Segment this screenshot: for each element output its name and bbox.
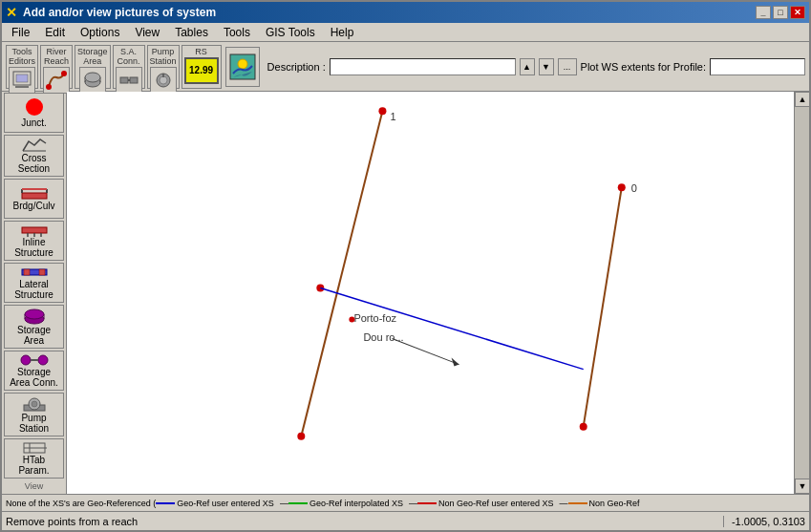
menu-bar: File Edit Options View Tables Tools GIS … — [2, 23, 809, 42]
left-btn-htab[interactable]: HTabParam. — [4, 438, 64, 479]
status-bar: Remove points from a reach -1.0005, 0.31… — [2, 511, 809, 530]
close-button[interactable]: ✕ — [790, 6, 805, 19]
svg-point-46 — [297, 433, 305, 440]
htab-icon — [22, 441, 47, 455]
title-text: Add and/or view pictures of system — [23, 6, 756, 19]
menu-tools[interactable]: Tools — [216, 24, 258, 41]
legend-sep1: — — [280, 499, 288, 508]
lateral-icon — [20, 266, 49, 279]
legend-item-nongeo2: Non Geo-Ref — [568, 499, 640, 508]
maximize-button[interactable]: □ — [773, 6, 788, 19]
canvas-area[interactable]: 1 0 Porto-foz Dou ro... — [67, 92, 794, 494]
legend-interp-label: Geo-Ref interpolated XS — [309, 499, 403, 508]
toolbar-rs-label: RS — [195, 47, 207, 56]
toolbar-tools-btn[interactable] — [9, 67, 35, 94]
toolbar-pump-icons — [150, 67, 177, 94]
toolbar-pump-btn[interactable] — [150, 67, 177, 94]
svg-point-32 — [25, 309, 44, 319]
left-btn-pump[interactable]: PumpStation — [4, 393, 64, 436]
scroll-up-btn[interactable]: ▲ — [795, 92, 809, 107]
scroll-down-btn[interactable]: ▼ — [795, 479, 809, 494]
toolbar-rs-btn[interactable]: 12.99 — [184, 57, 219, 84]
scroll-track[interactable] — [795, 107, 809, 479]
svg-point-45 — [316, 284, 324, 291]
left-btn-inline[interactable]: InlineStructure — [4, 221, 64, 261]
left-btn-lateral[interactable]: LateralStructure — [4, 263, 64, 303]
svg-point-44 — [378, 107, 386, 115]
svg-rect-2 — [16, 74, 28, 82]
svg-point-33 — [21, 355, 31, 365]
status-left: Remove points from a reach — [6, 516, 723, 527]
legend-item-interp: Geo-Ref interpolated XS — [288, 499, 403, 508]
toolbar-rs-icons: 12.99 — [184, 57, 219, 84]
pump-station-label: PumpStation — [19, 413, 49, 434]
title-buttons: _ □ ✕ — [756, 6, 805, 19]
menu-file[interactable]: File — [4, 24, 37, 41]
minimize-button[interactable]: _ — [756, 6, 771, 19]
toolbar-river-icons — [43, 67, 70, 94]
storage-icon — [22, 308, 47, 325]
left-btn-sa-conn[interactable]: StorageArea Conn. — [4, 351, 64, 391]
svg-point-38 — [32, 401, 37, 407]
legend-georef-label: Geo-Ref user entered XS — [177, 499, 274, 508]
toolbar-tools-label: ToolsEditors — [9, 47, 35, 66]
toolbar-river-btn[interactable] — [43, 67, 70, 94]
description-label: Description : — [267, 61, 326, 73]
svg-point-3 — [46, 84, 52, 90]
toolbar-pump-station: PumpStation — [147, 45, 180, 89]
inline-icon — [20, 223, 49, 237]
toolbar-storage-area: StorageArea — [75, 45, 111, 89]
crosssec-label: CrossSection — [18, 153, 50, 174]
plot-input[interactable] — [710, 58, 805, 75]
legend-nongeo2-label: Non Geo-Ref — [589, 499, 640, 508]
toolbar-river-label: RiverReach — [44, 47, 69, 66]
sa-conn-icon — [20, 353, 49, 367]
description-browse-btn[interactable]: ... — [558, 58, 577, 75]
svg-rect-18 — [22, 193, 47, 199]
menu-gis-tools[interactable]: GIS Tools — [258, 24, 323, 41]
left-btn-crosssec[interactable]: CrossSection — [4, 135, 64, 177]
svg-text:Porto-foz: Porto-foz — [353, 312, 396, 324]
toolbar-map-btn[interactable] — [225, 47, 260, 87]
toolbar-sa-conn-icons — [116, 67, 142, 94]
htab-label: HTabParam. — [18, 455, 49, 476]
svg-rect-9 — [120, 77, 128, 83]
toolbar-tools-icons — [9, 67, 35, 94]
right-scrollbar[interactable]: ▲ ▼ — [794, 92, 809, 494]
svg-point-13 — [160, 76, 167, 84]
description-input[interactable] — [330, 58, 516, 75]
toolbar-sa-conn-label: S.A.Conn. — [117, 47, 140, 66]
legend-georef-line — [156, 502, 175, 504]
canvas-svg: 1 0 Porto-foz Dou ro... — [67, 92, 794, 494]
left-btn-storage[interactable]: StorageArea — [4, 305, 64, 349]
toolbar-storage-btn[interactable] — [79, 67, 106, 94]
title-bar: ✕ Add and/or view pictures of system _ □… — [2, 2, 809, 23]
menu-edit[interactable]: Edit — [37, 24, 73, 41]
legend-bar: None of the XS's are Geo-Referenced ( Ge… — [2, 494, 809, 511]
legend-prefix: None of the XS's are Geo-Referenced ( — [6, 499, 156, 508]
menu-help[interactable]: Help — [323, 24, 362, 41]
menu-tables[interactable]: Tables — [167, 24, 216, 41]
left-btn-junct[interactable]: Junct. — [4, 93, 64, 133]
left-btn-bridge[interactable]: Brdg/Culv — [4, 179, 64, 219]
toolbar-sa-conn: S.A.Conn. — [113, 45, 145, 89]
svg-point-48 — [618, 183, 626, 191]
toolbar: ToolsEditors RiverReach — [2, 42, 809, 92]
plot-label: Plot WS extents for Profile: — [581, 61, 706, 73]
toolbar-tools-editors: ToolsEditors — [6, 45, 38, 89]
description-spin-down[interactable]: ▼ — [539, 58, 554, 75]
toolbar-sa-conn-btn[interactable] — [116, 67, 142, 94]
bridge-icon — [20, 187, 49, 201]
main-window: ✕ Add and/or view pictures of system _ □… — [0, 0, 811, 532]
storage-area-label: StorageArea — [17, 325, 51, 346]
svg-rect-42 — [67, 101, 794, 484]
description-spin-up[interactable]: ▲ — [520, 58, 535, 75]
menu-options[interactable]: Options — [73, 24, 127, 41]
view-label: View — [2, 479, 66, 493]
toolbar-river-reach: RiverReach — [40, 45, 73, 89]
junct-icon — [26, 98, 43, 116]
legend-item-georef: Geo-Ref user entered XS — [156, 499, 274, 508]
menu-view[interactable]: View — [127, 24, 167, 41]
svg-point-57 — [349, 317, 354, 323]
toolbar-storage-icons — [79, 67, 106, 94]
